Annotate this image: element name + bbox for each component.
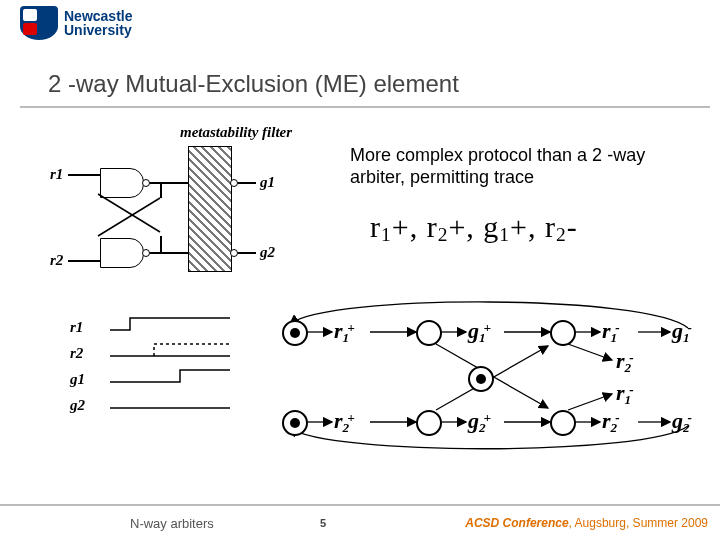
pl-r1m: r1- xyxy=(602,318,620,346)
pl-g1m: g1- xyxy=(672,318,692,346)
pl-r1p: r1+ xyxy=(334,318,355,346)
out-bubble-2 xyxy=(230,249,238,257)
title-rule xyxy=(20,106,710,108)
label-r1: r1 xyxy=(50,166,63,183)
label-g1: g1 xyxy=(260,174,275,191)
slide-title: 2 -way Mutual-Exclusion (ME) element xyxy=(48,70,459,98)
pl-r1mA: r1- xyxy=(616,380,634,408)
label-r2: r2 xyxy=(50,252,63,269)
place-b2 xyxy=(416,410,442,436)
footer-left: N-way arbiters xyxy=(130,516,214,531)
slide-footer: N-way arbiters 5 ACSD Conference, Augsbu… xyxy=(0,504,720,540)
filter-label: metastability filter xyxy=(180,124,292,141)
tl-r2: r2 xyxy=(70,345,85,362)
nand-gate-2 xyxy=(100,238,144,268)
pl-g2p: g2+ xyxy=(468,408,491,436)
uni-name-2: University xyxy=(64,23,132,37)
timing-labels: r1 r2 g1 g2 xyxy=(70,310,85,423)
petri-net: r1+ g1+ r1- g1- r2- r1- r2+ g2+ r2- g2- xyxy=(268,300,708,450)
footer-right: ACSD Conference, Augsburg, Summer 2009 xyxy=(465,516,708,530)
svg-line-0 xyxy=(98,198,160,236)
trace-expression: r1+, r2+, g1+, r2- xyxy=(370,210,578,246)
hatch-block xyxy=(188,146,232,272)
tl-r1: r1 xyxy=(70,319,85,336)
invert-bubble-1 xyxy=(142,179,150,187)
pl-r2mA: r2- xyxy=(616,348,634,376)
place-t1 xyxy=(282,320,308,346)
shield-icon xyxy=(20,6,58,40)
place-b3 xyxy=(550,410,576,436)
svg-line-1 xyxy=(98,194,160,232)
place-b1 xyxy=(282,410,308,436)
label-g2: g2 xyxy=(260,244,275,261)
invert-bubble-2 xyxy=(142,249,150,257)
place-t2 xyxy=(416,320,442,346)
footer-conf: ACSD Conference xyxy=(465,516,568,530)
pl-g2m: g2- xyxy=(672,408,692,436)
university-logo: Newcastle University xyxy=(20,6,132,40)
place-t3 xyxy=(550,320,576,346)
place-mutex xyxy=(468,366,494,392)
footer-page: 5 xyxy=(320,517,326,529)
pl-g1p: g1+ xyxy=(468,318,491,346)
pl-r2m: r2- xyxy=(602,408,620,436)
footer-loc: , Augsburg, Summer 2009 xyxy=(569,516,708,530)
uni-name-1: Newcastle xyxy=(64,9,132,23)
description: More complex protocol than a 2 -way arbi… xyxy=(350,144,700,188)
pl-r2p: r2+ xyxy=(334,408,355,436)
tl-g1: g1 xyxy=(70,371,85,388)
out-bubble-1 xyxy=(230,179,238,187)
timing-plot xyxy=(110,312,240,422)
svg-line-16 xyxy=(568,344,612,360)
tl-g2: g2 xyxy=(70,397,85,414)
